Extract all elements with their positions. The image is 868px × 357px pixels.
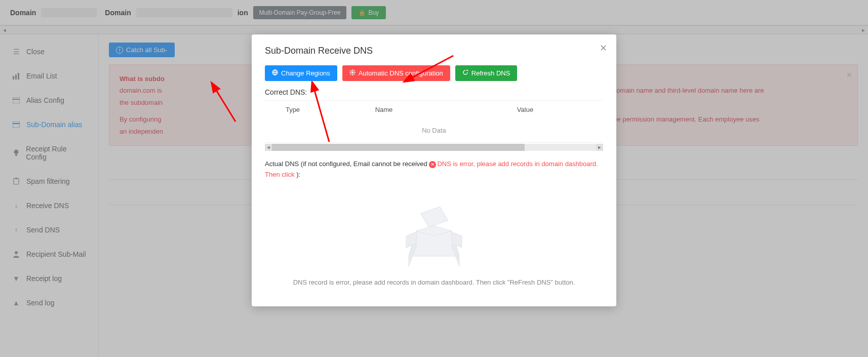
change-regions-button[interactable]: Change Regions — [265, 65, 337, 81]
svg-marker-29 — [420, 206, 448, 228]
empty-box-icon — [391, 195, 477, 271]
svg-point-15 — [351, 71, 353, 73]
dns-th-type: Type — [265, 106, 321, 113]
automatic-dns-label: Automatic DNS configuration — [359, 69, 443, 77]
scroll-left-icon[interactable]: ◄ — [265, 144, 272, 151]
svg-line-21 — [353, 73, 354, 74]
scrollbar-track[interactable] — [272, 144, 596, 151]
svg-line-22 — [350, 73, 351, 74]
dns-th-name: Name — [321, 106, 447, 113]
change-regions-label: Change Regions — [281, 69, 330, 77]
svg-line-23 — [353, 70, 354, 71]
automatic-dns-button[interactable]: Automatic DNS configuration — [342, 65, 450, 81]
modal-overlay: ✕ Sub-Domain Receive DNS Change Regions … — [0, 0, 868, 357]
actual-dns-suffix: ): — [296, 171, 300, 178]
modal-title: Sub-Domain Receive DNS — [265, 46, 603, 56]
refresh-dns-label: Refresh DNS — [471, 69, 510, 77]
modal-button-row: Change Regions Automatic DNS configurati… — [265, 65, 603, 81]
svg-marker-24 — [466, 69, 468, 71]
error-icon: ✕ — [429, 161, 436, 168]
globe-icon — [272, 69, 278, 77]
scroll-right-icon[interactable]: ► — [596, 144, 603, 151]
table-horizontal-scrollbar[interactable]: ◄ ► — [265, 144, 603, 151]
empty-state: DNS record is error, please add records … — [265, 180, 603, 291]
correct-dns-table: Type Name Value No Data — [265, 100, 603, 143]
correct-dns-label: Correct DNS: — [265, 88, 603, 96]
scrollbar-thumb[interactable] — [272, 144, 525, 151]
actual-dns-line: Actual DNS (if not configured, Email can… — [265, 159, 603, 180]
empty-state-message: DNS record is error, please add records … — [293, 279, 575, 286]
modal-close-icon[interactable]: ✕ — [600, 43, 607, 54]
gear-icon — [349, 69, 356, 77]
dns-table-header: Type Name Value — [265, 101, 603, 118]
refresh-icon — [462, 69, 468, 77]
annotation-arrow-1 — [208, 81, 248, 127]
svg-line-20 — [350, 70, 351, 71]
no-data-text: No Data — [265, 118, 603, 142]
sub-domain-receive-dns-modal: ✕ Sub-Domain Receive DNS Change Regions … — [252, 34, 616, 306]
dns-th-value: Value — [447, 106, 603, 113]
actual-dns-prefix: Actual DNS (if not configured, Email can… — [265, 160, 429, 168]
svg-line-32 — [215, 89, 235, 122]
refresh-dns-button[interactable]: Refresh DNS — [455, 65, 518, 81]
